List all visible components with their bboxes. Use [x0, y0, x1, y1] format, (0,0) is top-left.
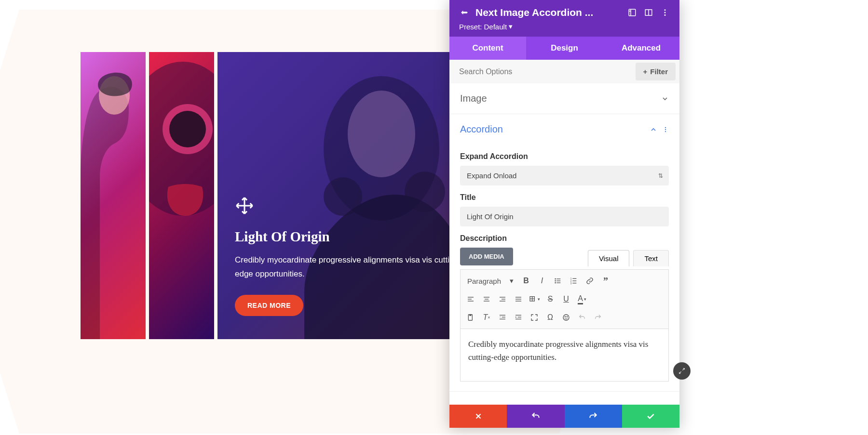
strikethrough-icon[interactable]: S — [543, 292, 557, 306]
editor-redo-icon[interactable] — [591, 310, 605, 325]
editor-toolbar: Paragraph▾ B I 123 ” ▾ S — [460, 269, 669, 329]
svg-point-15 — [665, 12, 666, 13]
table-icon[interactable]: ▾ — [527, 292, 542, 306]
editor-undo-icon[interactable] — [575, 310, 589, 325]
responsive-icon[interactable] — [627, 8, 637, 17]
columns-icon[interactable] — [644, 8, 653, 17]
back-icon[interactable] — [459, 8, 469, 17]
text-color-icon[interactable]: A▾ — [575, 292, 589, 306]
svg-point-20 — [555, 278, 556, 280]
svg-rect-51 — [515, 319, 521, 319]
accordion-item[interactable] — [149, 52, 214, 339]
svg-rect-39 — [502, 299, 505, 299]
undo-button[interactable] — [507, 405, 564, 428]
expand-accordion-select[interactable]: Expand Onload — [460, 166, 669, 185]
svg-point-16 — [665, 14, 666, 16]
accordion-item[interactable] — [81, 52, 146, 339]
more-vert-icon[interactable] — [662, 126, 669, 133]
svg-rect-43 — [515, 301, 521, 301]
link-icon[interactable] — [583, 274, 597, 288]
expand-accordion-label: Expand Accordion — [460, 152, 669, 161]
special-char-icon[interactable]: Ω — [543, 310, 557, 325]
chevron-up-icon — [650, 126, 657, 133]
more-vert-icon[interactable] — [660, 8, 670, 17]
align-right-icon[interactable] — [495, 292, 510, 306]
accordion-title: Light Of Origin — [235, 229, 463, 245]
svg-point-54 — [567, 316, 567, 317]
editor-content[interactable]: Credibly myocardinate progressive alignm… — [460, 329, 669, 382]
read-more-button[interactable]: READ MORE — [235, 295, 303, 316]
settings-panel: Next Image Accordion ... Preset: Default… — [449, 0, 679, 428]
select-caret-icon: ⇅ — [658, 172, 663, 179]
outdent-icon[interactable] — [495, 310, 510, 325]
add-media-button[interactable]: ADD MEDIA — [460, 248, 513, 265]
svg-rect-33 — [468, 299, 472, 299]
title-input[interactable] — [460, 207, 669, 226]
paragraph-format-select[interactable]: Paragraph▾ — [463, 275, 517, 287]
svg-rect-25 — [556, 282, 560, 283]
number-list-icon[interactable]: 123 — [567, 274, 581, 288]
svg-rect-41 — [515, 297, 521, 297]
blockquote-icon[interactable]: ” — [598, 274, 613, 288]
svg-rect-29 — [572, 280, 576, 281]
save-button[interactable] — [622, 405, 679, 428]
svg-text:3: 3 — [570, 282, 572, 285]
cancel-button[interactable] — [449, 405, 507, 428]
bullet-list-icon[interactable] — [551, 274, 565, 288]
svg-rect-23 — [556, 280, 560, 281]
align-left-icon[interactable] — [463, 292, 478, 306]
align-justify-icon[interactable] — [511, 292, 526, 306]
panel-title: Next Image Accordion ... — [475, 7, 621, 18]
italic-icon[interactable]: I — [535, 274, 549, 288]
expand-panel-button[interactable] — [673, 362, 691, 380]
underline-icon[interactable]: U — [559, 292, 573, 306]
svg-rect-12 — [629, 9, 636, 16]
svg-rect-32 — [468, 297, 474, 297]
svg-point-14 — [665, 9, 666, 11]
editor-tab-text[interactable]: Text — [633, 250, 669, 266]
svg-rect-35 — [484, 297, 489, 297]
tab-design[interactable]: Design — [526, 37, 603, 60]
editor-tab-visual[interactable]: Visual — [588, 250, 630, 266]
svg-rect-46 — [500, 315, 505, 316]
svg-rect-42 — [515, 299, 521, 299]
svg-point-24 — [555, 282, 556, 284]
svg-point-3 — [169, 111, 206, 147]
move-icon — [235, 196, 254, 215]
panel-footer — [449, 405, 679, 428]
chevron-down-icon — [661, 95, 669, 103]
align-center-icon[interactable] — [479, 292, 494, 306]
tab-advanced[interactable]: Advanced — [603, 37, 679, 60]
plus-icon: + — [643, 67, 648, 76]
svg-rect-34 — [468, 301, 474, 301]
description-label: Desccription — [460, 234, 669, 243]
clear-format-icon[interactable]: T× — [479, 310, 494, 325]
filter-button[interactable]: + Filter — [636, 63, 676, 80]
search-input[interactable] — [449, 61, 636, 83]
preset-selector[interactable]: Preset: Default ▾ — [459, 22, 670, 31]
section-accordion[interactable]: Accordion — [449, 114, 679, 145]
panel-tabs: Content Design Advanced — [449, 37, 679, 60]
svg-rect-38 — [500, 297, 505, 297]
svg-rect-50 — [518, 317, 521, 317]
svg-point-22 — [555, 280, 556, 282]
svg-rect-36 — [485, 299, 488, 299]
paste-text-icon[interactable] — [463, 310, 478, 325]
caret-down-icon: ▾ — [509, 22, 513, 31]
tab-content[interactable]: Content — [449, 37, 526, 60]
svg-point-18 — [665, 129, 666, 130]
redo-button[interactable] — [565, 405, 622, 428]
bold-icon[interactable]: B — [519, 274, 533, 288]
fullscreen-icon[interactable] — [527, 310, 542, 325]
accordion-item-active[interactable]: Light Of Origin Credibly myocardinate pr… — [217, 52, 480, 339]
svg-point-19 — [665, 131, 666, 132]
svg-point-17 — [665, 127, 666, 128]
panel-header: Next Image Accordion ... Preset: Default… — [449, 0, 679, 37]
svg-rect-27 — [572, 278, 576, 279]
section-image[interactable]: Image — [449, 83, 679, 114]
svg-rect-40 — [500, 301, 505, 301]
svg-point-5 — [348, 91, 415, 177]
emoji-icon[interactable] — [559, 310, 573, 325]
indent-icon[interactable] — [511, 310, 526, 325]
svg-point-53 — [565, 316, 565, 317]
